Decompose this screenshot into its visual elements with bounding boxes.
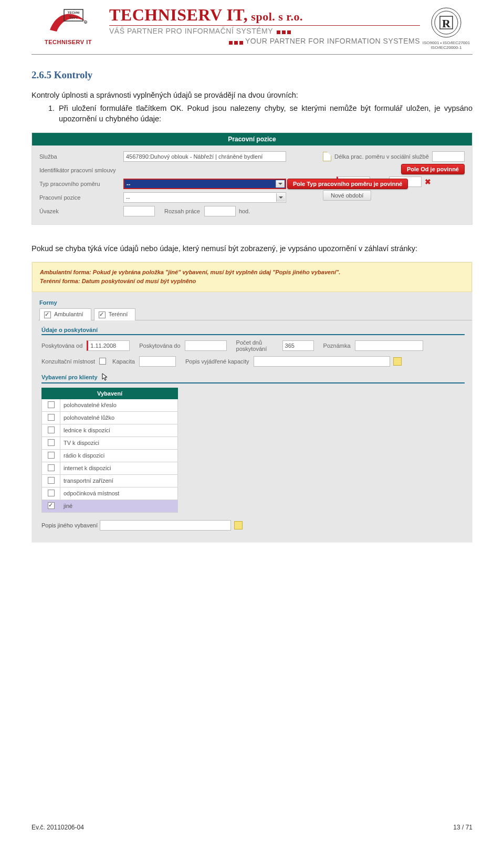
- table-row[interactable]: polohovatelné křeslo: [42, 399, 178, 411]
- table-row[interactable]: TV k dispozici: [42, 437, 178, 449]
- page-header: TECHNIServR TECHNISERV IT TECHNISERV IT,…: [32, 6, 472, 50]
- vybaveni-item-label: rádio k dispozici: [60, 449, 178, 462]
- checkbox[interactable]: [48, 401, 55, 408]
- error-balloon-typ: Pole Typ pracovního poměru je povinné: [287, 179, 408, 189]
- checkbox[interactable]: [48, 477, 55, 484]
- input-poznamka[interactable]: [355, 340, 423, 351]
- vybaveni-item-label: TV k dispozici: [60, 437, 178, 449]
- checkbox[interactable]: [48, 452, 55, 459]
- input-pocet-dnu[interactable]: 365: [282, 340, 314, 351]
- logo-icon: TECHNIServR: [47, 6, 89, 38]
- section-heading: 2.6.5 Kontroly: [32, 69, 472, 81]
- cursor-icon: [102, 373, 108, 381]
- subhead-vybaveni: Vybavení pro klienty: [41, 373, 465, 383]
- logo-block: TECHNIServR TECHNISERV IT: [32, 6, 105, 45]
- label-hod: hod.: [239, 208, 250, 214]
- table-row[interactable]: lednice k dispozici: [42, 424, 178, 437]
- warning-box: Ambulantní forma: Pokud je vybrána polož…: [32, 262, 472, 292]
- table-row[interactable]: internet k dispozici: [42, 462, 178, 474]
- panel-title: Pracovní pozice: [32, 133, 472, 146]
- label-uvazek: Úvazek: [39, 208, 123, 214]
- company-name: TECHNISERV IT, spol. s r.o.: [109, 6, 420, 23]
- error-balloon-od: Pole Od je povinné: [401, 164, 465, 174]
- label-delka: Délka prac. poměru v sociální službě: [334, 153, 432, 160]
- cert-line2: ISO/IEC20000-1: [420, 45, 472, 50]
- separator-rule: [32, 54, 472, 55]
- checkbox[interactable]: [48, 414, 55, 421]
- decoration-squares: [275, 27, 291, 36]
- cert-block: R ISO9001 • ISO/IEC27001 ISO/IEC20000-1: [420, 6, 472, 50]
- svg-text:R: R: [442, 17, 451, 30]
- table-row[interactable]: polohovatelné lůžko: [42, 411, 178, 424]
- chevron-down-icon: [276, 193, 285, 202]
- select-typ[interactable]: --: [123, 179, 286, 189]
- input-posk-od[interactable]: 1.11.2008: [87, 340, 130, 351]
- cert-seal-icon: R: [430, 6, 463, 39]
- section-formy-title: Formy: [39, 299, 472, 306]
- screenshot-formy: Ambulantní forma: Pokud je vybrána polož…: [32, 262, 472, 543]
- vybaveni-item-label: jiné: [60, 500, 178, 512]
- tagline-en: YOUR PARTNER FOR INFORMATION SYSTEMS: [109, 37, 420, 46]
- svg-text:Serv: Serv: [69, 15, 78, 20]
- input-rozsah[interactable]: [204, 206, 236, 216]
- note-icon[interactable]: [393, 357, 402, 366]
- checkbox[interactable]: [48, 502, 55, 509]
- page-footer: Ev.č. 20110206-04 13 / 71: [32, 824, 472, 831]
- vybaveni-item-label: polohovatelné lůžko: [60, 411, 178, 424]
- label-posk-do: Poskytována do: [139, 343, 180, 349]
- checkbox-icon: [44, 312, 51, 318]
- vybaveni-item-label: internet k dispozici: [60, 462, 178, 474]
- label-popis-jineho: Popis jiného vybavení: [41, 522, 98, 528]
- vybaveni-col-header: Vybavení: [42, 388, 178, 399]
- label-konzult: Konzultační místnost: [41, 358, 95, 365]
- table-row[interactable]: transportní zařízení: [42, 474, 178, 487]
- tab-terenni[interactable]: Terénní: [94, 308, 136, 320]
- footer-left: Ev.č. 20110206-04: [32, 824, 84, 831]
- checkbox-icon: [99, 312, 106, 318]
- delete-icon[interactable]: ✖: [425, 178, 431, 186]
- intro-paragraph: Kontroly úplnosti a správnosti vyplněnýc…: [32, 90, 472, 101]
- vybaveni-item-label: polohovatelné křeslo: [60, 399, 178, 411]
- checkbox[interactable]: [48, 490, 55, 496]
- label-rozsah: Rozsah práce: [164, 208, 200, 214]
- warn-line-1: Ambulantní forma: Pokud je vybrána polož…: [40, 268, 464, 277]
- mid-paragraph: Pokud se chyba týká více údajů nebo údaj…: [32, 244, 472, 254]
- table-row[interactable]: jiné: [42, 500, 178, 512]
- checkbox-konzult[interactable]: [99, 358, 106, 365]
- note-icon[interactable]: [234, 521, 243, 530]
- header-rule: [109, 25, 420, 26]
- checkbox[interactable]: [48, 427, 55, 433]
- input-kapacita[interactable]: [139, 356, 176, 367]
- screenshot-pracovni-pozice: Pracovní pozice Délka prac. poměru v soc…: [32, 132, 472, 225]
- table-row[interactable]: odpočinková místnost: [42, 487, 178, 500]
- label-typ: Typ pracovního poměru: [39, 181, 123, 187]
- warn-line-2: Terénní forma: Datum poskytování od musí…: [40, 277, 464, 286]
- input-posk-do[interactable]: [185, 340, 227, 351]
- label-popis-kap: Popis vyjádřené kapacity: [185, 358, 249, 365]
- label-posk-od: Poskytována od: [41, 343, 82, 349]
- input-delka[interactable]: [432, 151, 465, 162]
- select-sluzba[interactable]: 4567890:Duhový oblouk - Nábřeží | chráně…: [123, 151, 286, 162]
- input-uvazek[interactable]: [123, 206, 155, 216]
- input-popis-kap[interactable]: [254, 356, 390, 367]
- chevron-down-icon: [276, 180, 285, 188]
- label-ident: Identifikátor pracovní smlouvy: [39, 167, 123, 173]
- tab-ambulantni[interactable]: Ambulantní: [39, 308, 91, 320]
- page-icon: [323, 152, 331, 161]
- footer-right: 13 / 71: [453, 824, 472, 831]
- select-pozice[interactable]: --: [123, 192, 286, 203]
- input-popis-jineho[interactable]: [100, 520, 231, 531]
- vybaveni-item-label: lednice k dispozici: [60, 424, 178, 437]
- subhead-udaje: Údaje o poskytování: [41, 327, 465, 335]
- list-item-1: Při uložení formuláře tlačítkem OK. Poku…: [57, 103, 472, 124]
- checkbox[interactable]: [48, 464, 55, 471]
- label-sluzba: Služba: [39, 153, 123, 160]
- label-pocet-dnu: Počet dnů poskytování: [236, 339, 278, 352]
- vybaveni-table: Vybavení polohovatelné křeslopolohovatel…: [41, 388, 178, 513]
- tab-strip: Ambulantní Terénní: [39, 308, 472, 320]
- vybaveni-item-label: odpočinková místnost: [60, 487, 178, 500]
- table-row[interactable]: rádio k dispozici: [42, 449, 178, 462]
- decoration-squares: [227, 38, 243, 46]
- nove-obdobi-button[interactable]: Nové období: [323, 190, 371, 201]
- checkbox[interactable]: [48, 439, 55, 446]
